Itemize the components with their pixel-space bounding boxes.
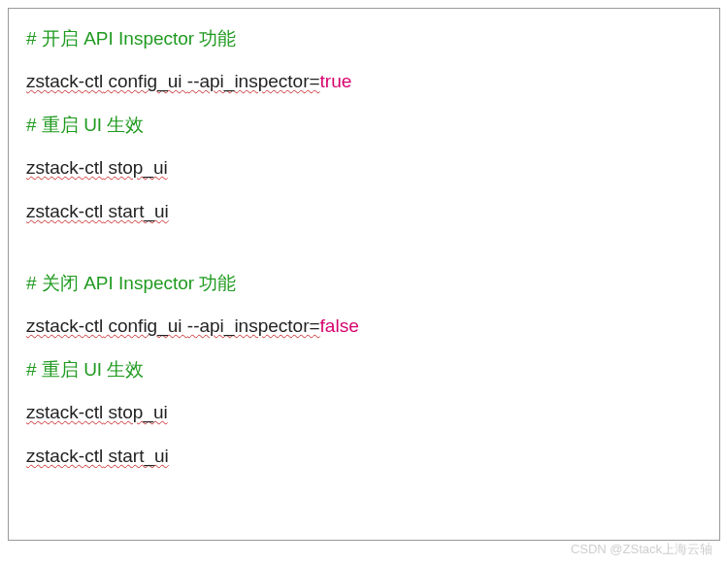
command-subcmd: stop_ui [103,402,168,422]
watermark-text: CSDN @ZStack上海云轴 [571,541,712,558]
command-base: zstack-ctl [26,201,103,221]
code-line-command: zstack-ctl config_ui --api_inspector=tru… [26,67,702,96]
command-base: zstack-ctl [26,402,103,422]
command-base: zstack-ctl [26,157,103,178]
command-subcmd: start_ui [103,201,169,221]
command-subcmd: stop_ui [103,157,168,178]
comment-text: 关闭 API Inspector 功能 [42,273,237,293]
command-base: zstack-ctl [26,446,103,466]
code-line-command: zstack-ctl start_ui [26,442,702,471]
comment-hash: # [26,359,42,380]
code-block: # 开启 API Inspector 功能 zstack-ctl config_… [8,8,720,541]
comment-text: 重启 UI 生效 [42,359,145,380]
code-line-comment: # 开启 API Inspector 功能 [26,24,702,53]
command-base: zstack-ctl [26,315,103,336]
comment-hash: # [26,28,42,49]
code-line-command: zstack-ctl start_ui [26,197,702,226]
command-base: zstack-ctl [26,71,103,91]
code-line-comment: # 重启 UI 生效 [26,355,702,384]
comment-text: 重启 UI 生效 [42,115,145,135]
comment-hash: # [26,273,42,293]
command-flag: --api_inspector= [187,71,320,91]
command-value: false [320,315,359,336]
code-line-command: zstack-ctl config_ui --api_inspector=fal… [26,312,702,341]
comment-hash: # [26,115,42,135]
command-subcmd: start_ui [103,446,169,466]
command-value: true [320,71,352,91]
code-line-command: zstack-ctl stop_ui [26,398,702,427]
code-line-comment: # 重启 UI 生效 [26,111,702,140]
comment-text: 开启 API Inspector 功能 [42,28,237,49]
command-flag: --api_inspector= [187,315,320,336]
command-subcmd: config_ui [103,315,187,336]
command-subcmd: config_ui [103,71,187,91]
code-line-comment: # 关闭 API Inspector 功能 [26,269,702,298]
code-line-command: zstack-ctl stop_ui [26,153,702,182]
